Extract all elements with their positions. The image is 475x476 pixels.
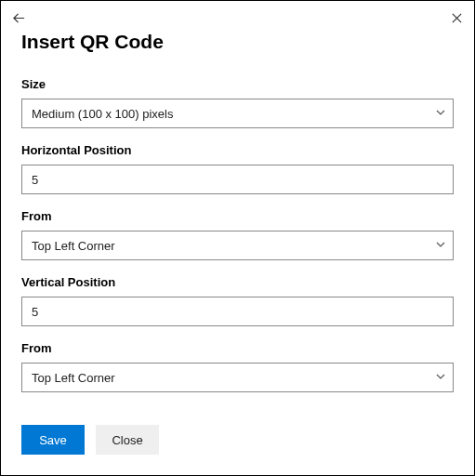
horizontal-from-label: From bbox=[21, 209, 454, 223]
vertical-from-select[interactable] bbox=[21, 363, 454, 392]
size-select[interactable] bbox=[21, 99, 454, 128]
size-label: Size bbox=[21, 77, 454, 91]
vertical-from-label: From bbox=[21, 341, 454, 355]
vertical-position-label: Vertical Position bbox=[21, 275, 454, 289]
close-icon[interactable] bbox=[448, 9, 465, 26]
close-button[interactable]: Close bbox=[96, 425, 159, 455]
horizontal-position-input[interactable] bbox=[21, 165, 454, 194]
dialog-title: Insert QR Code bbox=[21, 31, 454, 53]
save-button[interactable]: Save bbox=[21, 425, 85, 455]
horizontal-position-label: Horizontal Position bbox=[21, 143, 454, 157]
back-icon[interactable] bbox=[10, 9, 27, 26]
horizontal-from-select[interactable] bbox=[21, 231, 454, 260]
vertical-position-input[interactable] bbox=[21, 297, 454, 326]
